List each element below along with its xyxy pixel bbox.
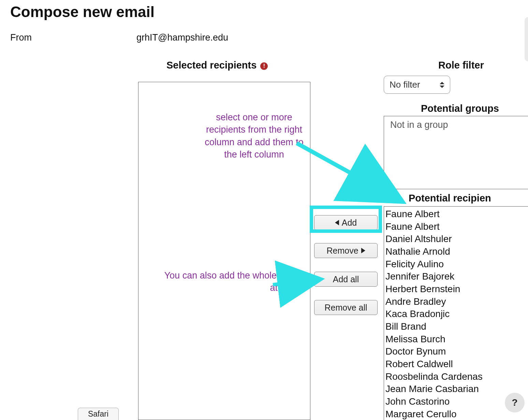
recipient-item[interactable]: Faune Albert (385, 208, 528, 221)
recipient-item[interactable]: Margaret Cerullo (385, 408, 528, 420)
potential-recipients-listbox[interactable]: Faune AlbertFaune AlbertDaniel Altshuler… (384, 206, 528, 420)
recipient-item[interactable]: Bill Brand (385, 320, 528, 333)
safari-tab[interactable]: Safari (78, 408, 119, 420)
recipient-item[interactable]: Faune Albert (385, 221, 528, 233)
potential-groups-heading: Potential groups (421, 103, 499, 114)
recipient-item[interactable]: Herbert Bernstein (385, 283, 528, 296)
potential-recipients-heading: Potential recipien (409, 193, 491, 204)
svg-line-0 (297, 143, 392, 196)
triangle-left-icon (335, 220, 339, 225)
potential-groups-listbox[interactable]: Not in a group (384, 116, 528, 189)
remove-all-button-label: Remove all (324, 303, 367, 313)
remove-button[interactable]: Remove (314, 243, 378, 258)
edge-sliver (525, 17, 528, 61)
remove-all-button[interactable]: Remove all (314, 300, 378, 315)
annotation-text-select: select one or more recipients from the r… (201, 111, 307, 161)
recipient-item[interactable]: Felicity Aulino (385, 258, 528, 271)
add-all-button[interactable]: Add all (314, 272, 378, 287)
recipient-item[interactable]: Daniel Altshuler (385, 233, 528, 245)
selected-recipients-label: Selected recipients (166, 60, 256, 71)
sort-icon (440, 82, 444, 88)
recipient-item[interactable]: Jean Marie Casbarian (385, 383, 528, 395)
recipient-item[interactable]: Kaca Bradonjic (385, 308, 528, 320)
role-filter-select[interactable]: No filter (384, 76, 450, 94)
recipient-item[interactable]: Roosbelinda Cardenas (385, 371, 528, 383)
add-button[interactable]: Add (314, 215, 378, 230)
help-button[interactable]: ? (505, 393, 525, 412)
recipient-item[interactable]: Nathalie Arnold (385, 245, 528, 258)
from-value: grhIT@hampshire.edu (136, 32, 228, 43)
role-filter-heading: Role filter (438, 60, 484, 71)
role-filter-value: No filter (390, 79, 420, 90)
from-label: From (10, 32, 32, 43)
recipient-item[interactable]: Jennifer Bajorek (385, 270, 528, 283)
triangle-right-icon (361, 248, 365, 253)
alert-icon: ! (260, 62, 268, 70)
selected-recipients-heading: Selected recipients ! (166, 60, 268, 71)
recipient-item[interactable]: Melissa Burch (385, 333, 528, 346)
annotation-text-addall: You can also add the whole class at once (157, 269, 300, 294)
add-all-button-label: Add all (333, 274, 359, 284)
potential-groups-placeholder: Not in a group (390, 120, 522, 130)
recipient-item[interactable]: Robert Caldwell (385, 358, 528, 371)
recipient-item[interactable]: Andre Bradley (385, 296, 528, 308)
page-title: Compose new email (10, 3, 155, 20)
remove-button-label: Remove (326, 246, 358, 256)
add-button-label: Add (342, 218, 357, 228)
recipient-item[interactable]: Doctor Bynum (385, 345, 528, 358)
